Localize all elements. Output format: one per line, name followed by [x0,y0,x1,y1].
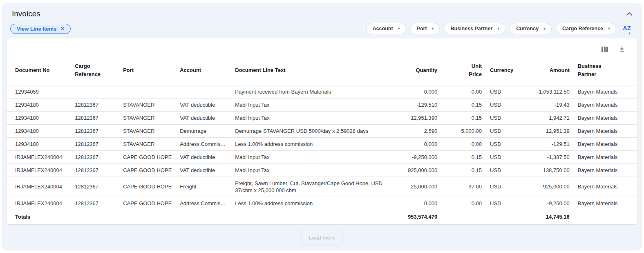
cell-business-partner: Bayern Materials [574,85,637,99]
cell-cargo-reference: 12812367 [71,99,119,112]
toolbar: View Line Items ✕ Account ▼ Port ▼ Busin… [7,23,637,34]
table-row: IRJAMFLEX240004 12812367 CAPE GOOD HOPE … [7,151,637,164]
cell-amount: -129.51 [520,138,574,151]
cell-quantity: 2.590 [398,125,441,138]
filter-business-partner[interactable]: Business Partner ▼ [444,23,505,34]
chevron-down-icon: ▼ [496,27,500,31]
cell-currency: USD [486,138,520,151]
cell-account: Address Commis… [176,197,231,210]
cell-amount: 1,942.71 [520,112,574,125]
cell-quantity: 0.000 [398,85,441,99]
totals-amount: 14,745.16 [520,210,574,225]
load-more-button[interactable]: Load more [302,231,343,244]
cell-account: Address Commis… [176,138,231,151]
filter-cargo-reference-label: Cargo Reference [562,26,603,31]
view-columns-icon[interactable] [602,47,608,52]
filter-account-label: Account [373,26,393,31]
cell-unit-price: 5,000.00 [441,125,486,138]
table-row: 12934180 12812367 STAVANGER Demurrage De… [7,125,637,138]
page-title: Invoices [12,9,40,18]
table-row: 12934180 12812367 STAVANGER Address Comm… [7,138,637,151]
view-line-items-chip[interactable]: View Line Items ✕ [10,24,71,34]
cell-cargo-reference: 12812367 [71,164,119,177]
totals-quantity: 953,574.470 [398,210,441,225]
cell-currency: USD [486,99,520,112]
cell-business-partner: Bayern Materials [574,112,637,125]
cell-document-no: IRJAMFLEX240004 [7,151,71,164]
cell-quantity: -129.510 [398,99,441,112]
cell-unit-price: 0.15 [441,112,486,125]
cell-document-no: IRJAMFLEX240004 [7,164,71,177]
cell-document-no: 12934180 [7,99,71,112]
download-icon[interactable] [619,46,625,52]
cell-currency: USD [486,112,520,125]
cell-document-no: 12934180 [7,125,71,138]
cell-business-partner: Bayern Materials [574,125,637,138]
col-header-amount: Amount [520,54,574,85]
cell-cargo-reference: 12812367 [71,197,119,210]
cell-document-line-text: Mabl Input Tax [231,151,398,164]
cell-amount: -19.43 [520,99,574,112]
cell-currency: USD [486,197,520,210]
cell-port: STAVANGER [119,99,176,112]
cell-port: CAPE GOOD HOPE [119,164,176,177]
cell-document-no: 12934180 [7,112,71,125]
invoices-table: Document No Cargo Reference Port Account… [7,54,637,224]
filter-account[interactable]: Account ▼ [366,23,406,34]
invoice-table-body: 12934059 Payment received from Bayern Ma… [7,85,637,210]
cell-document-no: 12934180 [7,138,71,151]
cell-unit-price: 0.00 [441,197,486,210]
cell-document-line-text: Demurrage STAVANGER USD 5000/day x 2.590… [231,125,398,138]
cell-port: STAVANGER [119,138,176,151]
cell-amount: -9,250.00 [520,197,574,210]
collapse-panel-button[interactable] [625,10,633,18]
col-header-port: Port [119,54,176,85]
table-row: IRJAMFLEX240004 12812367 CAPE GOOD HOPE … [7,177,637,197]
cell-account: VAT deductible [176,112,231,125]
cell-unit-price: 0.15 [441,99,486,112]
cell-account [176,85,231,99]
cell-unit-price: 0.00 [441,85,486,99]
filter-currency[interactable]: Currency ▼ [510,23,552,34]
cell-document-no: IRJAMFLEX240004 [7,177,71,197]
cell-port: CAPE GOOD HOPE [119,197,176,210]
cell-document-line-text: Mabl Input Tax [231,99,398,112]
cell-cargo-reference: 12812367 [71,125,119,138]
chip-label: View Line Items [17,26,56,32]
filter-currency-label: Currency [516,26,539,31]
cell-unit-price: 0.00 [441,138,486,151]
table-row: 12934180 12812367 STAVANGER VAT deductib… [7,99,637,112]
cell-account: VAT deductible [176,164,231,177]
col-header-cargo-reference: Cargo Reference [71,54,119,85]
col-header-account: Account [176,54,231,85]
col-header-currency: Currency [486,54,520,85]
cell-amount: -1,053,112.50 [520,85,574,99]
cell-port: STAVANGER [119,125,176,138]
cell-document-line-text: Payment received from Bayern Materials [231,85,398,99]
cell-document-line-text: Freight, Sawn Lumber, Cut, Stavanger/Cap… [231,177,398,197]
cell-quantity: 12,951.390 [398,112,441,125]
cell-business-partner: Bayern Materials [574,138,637,151]
cell-account: Demurrage [176,125,231,138]
cell-business-partner: Bayern Materials [574,151,637,164]
totals-row: Totals 953,574.470 14,745.16 [7,210,637,225]
cell-cargo-reference [71,85,119,99]
col-header-unit-price: Unit Price [441,54,486,85]
cell-cargo-reference: 12812367 [71,112,119,125]
filter-port-label: Port [417,26,427,31]
close-icon[interactable]: ✕ [60,26,65,31]
table-row: 12934059 Payment received from Bayern Ma… [7,85,637,99]
filter-cargo-reference[interactable]: Cargo Reference ▼ [556,23,616,34]
cell-currency: USD [486,85,520,99]
cell-document-line-text: Mabl Input Tax [231,164,398,177]
cell-unit-price: 0.15 [441,151,486,164]
col-header-document-line-text: Document Line Text [231,54,398,85]
filter-port[interactable]: Port ▼ [410,23,440,34]
sort-az-icon[interactable]: AZ [623,25,633,33]
invoices-panel: Invoices View Line Items ✕ Account ▼ Por… [2,3,642,251]
cell-quantity: 0.000 [398,197,441,210]
table-footer: Totals 953,574.470 14,745.16 [7,210,637,225]
cell-cargo-reference: 12812367 [71,151,119,164]
cell-quantity: -9,250.000 [398,151,441,164]
cell-document-line-text: Mabl Input Tax [231,112,398,125]
